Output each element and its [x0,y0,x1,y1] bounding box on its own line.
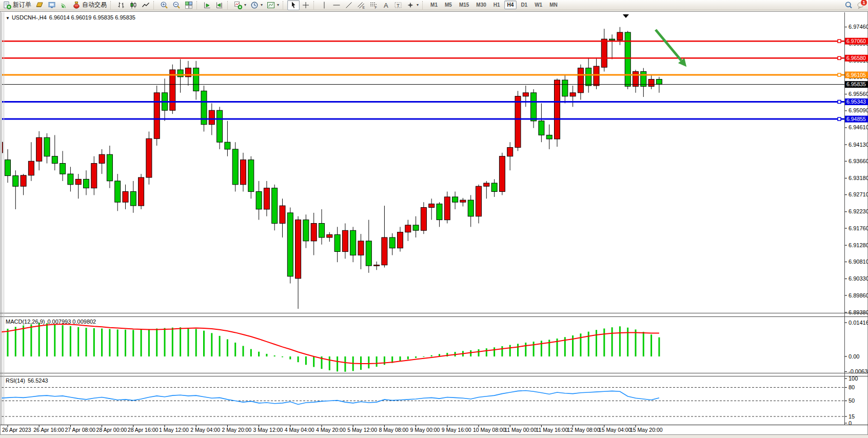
toolbar-signals-button[interactable] [58,0,70,10]
svg-text:6.90810: 6.90810 [849,258,868,265]
chart-canvas[interactable]: 6.974606.969906.965106.960406.955606.950… [1,12,868,435]
new-order-icon [3,1,11,9]
svg-text:6.97060: 6.97060 [846,38,866,44]
svg-text:6.96580: 6.96580 [846,55,866,61]
svg-text:80: 80 [849,384,855,390]
macd-indicator-label: MACD(12,26,9)0.007993 0.009802 [6,318,96,325]
toolbar-zoom-out-button[interactable] [170,0,183,10]
toolbar-vline-button[interactable] [318,0,330,10]
timeframe-h4-button[interactable]: H4 [504,1,517,9]
toolbar-zoom-in-button[interactable] [158,0,170,10]
zoom-out-icon [172,1,181,9]
svg-text:28 Apr 00:00: 28 Apr 00:00 [96,427,127,433]
price-axis: 6.974606.969906.965106.960406.955606.950… [845,24,868,315]
svg-text:50: 50 [849,397,855,404]
channel-icon: E [357,1,365,9]
trend-arrow-annotation[interactable] [656,30,686,67]
svg-text:6.90330: 6.90330 [849,275,868,282]
svg-text:T: T [397,3,400,8]
toolbar-trendline-button[interactable] [343,0,355,10]
svg-text:6.92230: 6.92230 [849,208,868,214]
svg-text:6.89860: 6.89860 [849,292,868,298]
chat-icon: 1 [857,1,865,9]
toolbar-hline-button[interactable] [330,0,343,10]
autotrade-icon [72,1,81,9]
chart-window[interactable]: 6.974606.969906.965106.960406.955606.950… [0,11,868,435]
svg-text:6.91760: 6.91760 [849,225,868,231]
toolbar-fibo-button[interactable]: F [367,0,380,10]
text-icon: A [382,1,390,9]
toolbar-journal-button[interactable] [33,0,46,10]
toolbar-separator [283,1,286,9]
toolbar-new-order-button[interactable]: 新订单 [1,0,33,10]
toolbar-separator [153,1,156,9]
ohlc-bars-icon [117,1,125,9]
svg-text:100: 100 [849,375,858,382]
toolbar-ohlc-bars-button[interactable] [115,0,127,10]
svg-text:26 Apr 2023: 26 Apr 2023 [2,427,31,433]
chart-symbol-period: USDCNH-,H4 [12,14,47,21]
notification-badge: 1 [860,0,867,6]
timeframe-m1-button[interactable]: M1 [427,1,441,9]
chart-shift-icon [215,1,224,9]
macd-name: MACD(12,26,9) [6,318,45,325]
timeframe-w1-button[interactable]: W1 [531,1,545,9]
svg-text:0.00: 0.00 [849,353,859,360]
toolbar-separator [227,1,230,9]
svg-text:15: 15 [849,413,855,420]
svg-text:26 Apr 16:00: 26 Apr 16:00 [33,427,64,433]
toolbar-chat-button[interactable]: 1 [855,0,867,10]
rsi-name: RSI(14) [6,377,25,384]
svg-text:6.89380: 6.89380 [849,309,868,315]
timeframe-m5-button[interactable]: M5 [442,1,455,9]
toolbar-templates-button[interactable]: ▾ [265,0,281,10]
toolbar-indicators-button[interactable]: ▾ [232,0,248,10]
rsi-indicator-label: RSI(14)56.5243 [6,377,48,384]
horizontal-price-lines[interactable] [2,39,844,121]
svg-text:6.94610: 6.94610 [849,124,868,130]
chart-dropdown-caret[interactable]: ▼ [6,16,10,21]
svg-text:6.96105: 6.96105 [846,72,866,78]
mt4-terminal: 新订单自动交易▾▾▾EFAT▾M1M5M15M30H1H4D1W1MN1 6.9… [0,0,868,438]
crosshair-icon [302,1,310,9]
toolbar-autotrade-button[interactable]: 自动交易 [70,0,109,10]
zoom-in-icon [160,1,168,9]
toolbar-channel-button[interactable]: E [355,0,367,10]
timeframe-mn-button[interactable]: MN [546,1,561,9]
candle-marker-triangle [623,14,629,18]
vline-icon [320,1,328,9]
toolbar-auto-scroll-button[interactable] [201,0,213,10]
dropdown-caret-icon[interactable]: ▾ [277,3,279,7]
toolbar-profiles-button[interactable] [46,0,58,10]
rsi-pane [1,387,844,416]
dropdown-caret-icon[interactable]: ▾ [261,3,263,7]
svg-text:6.97460: 6.97460 [849,24,868,30]
templates-icon [267,1,275,9]
toolbar-line-chart-button[interactable] [140,0,152,10]
timeframe-h1-button[interactable]: H1 [490,1,503,9]
dropdown-caret-icon[interactable]: ▾ [244,3,246,7]
indicators-icon [234,1,242,9]
rsi-line [1,391,659,405]
toolbar-separator [422,1,425,9]
toolbar-label-button[interactable]: T [392,0,404,10]
toolbar-arrows-button[interactable]: ▾ [404,0,421,10]
toolbar-candles-button[interactable] [127,0,140,10]
toolbar-periods-button[interactable]: ▾ [248,0,265,10]
toolbar-text-button[interactable]: A [380,0,392,10]
toolbar-search-button[interactable] [842,0,855,10]
toolbar-cursor-button[interactable] [287,0,300,10]
toolbar-crosshair-button[interactable] [300,0,312,10]
timeframe-m15-button[interactable]: M15 [456,1,472,9]
toolbar: 新订单自动交易▾▾▾EFAT▾M1M5M15M30H1H4D1W1MN1 [0,0,868,10]
svg-text:11 May 00:00: 11 May 00:00 [504,427,537,433]
svg-text:8 May 08:00: 8 May 08:00 [379,427,408,433]
toolbar-chart-shift-button[interactable] [213,0,226,10]
svg-text:15 May 20:00: 15 May 20:00 [630,427,663,433]
candlestick-series [1,27,662,309]
toolbar-tile-windows-button[interactable] [183,0,195,10]
timeframe-d1-button[interactable]: D1 [518,1,530,9]
svg-text:6.95835: 6.95835 [846,81,866,87]
timeframe-m30-button[interactable]: M30 [473,1,489,9]
dropdown-caret-icon[interactable]: ▾ [417,3,419,7]
